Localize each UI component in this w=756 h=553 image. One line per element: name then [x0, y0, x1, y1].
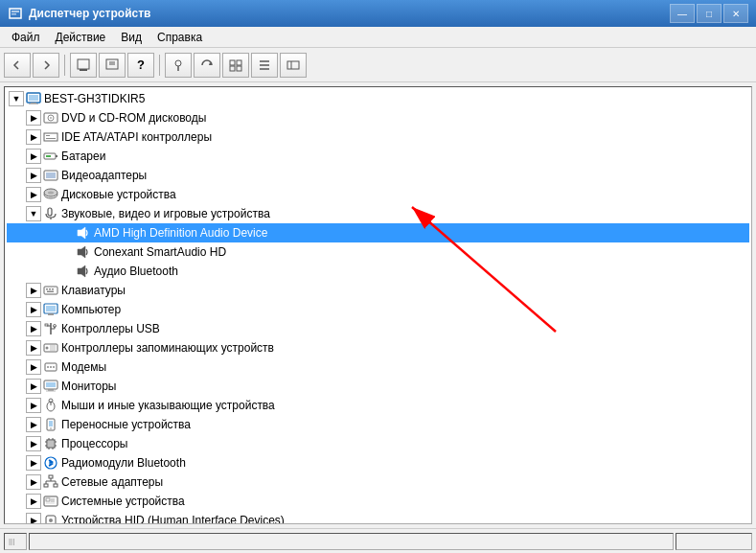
tree-item-dvd[interactable]: ▶ DVD и CD-ROM дисководы — [7, 108, 749, 127]
svg-rect-4 — [80, 69, 87, 71]
tree-item-bt-audio[interactable]: Аудио Bluetooth — [7, 262, 749, 281]
net-icon — [43, 474, 58, 490]
tree-item-amd-audio[interactable]: AMD High Definition Audio Device — [7, 223, 749, 242]
svg-rect-66 — [46, 382, 56, 387]
modems-label: Модемы — [61, 358, 106, 376]
usb-icon — [43, 321, 58, 336]
minimize-button[interactable]: — — [670, 4, 695, 23]
tree-item-storage[interactable]: ▶ Контроллеры запоминающих устройств — [7, 338, 749, 357]
device-tree[interactable]: ▼ BEST-GH3TIDKIR5 ▶ DVD и — [4, 86, 752, 524]
bt-toggle[interactable]: ▶ — [26, 455, 41, 471]
svg-rect-86 — [49, 475, 53, 478]
portable-toggle[interactable]: ▶ — [26, 417, 41, 432]
tree-item-ide[interactable]: ▶ IDE ATA/ATAPI контроллеры — [7, 127, 749, 147]
svg-marker-40 — [78, 246, 85, 258]
conexant-icon — [76, 244, 91, 260]
toolbar-btn-9[interactable] — [251, 53, 278, 78]
tree-item-disk[interactable]: ▶ Дисковые устройства — [7, 185, 749, 204]
ide-icon — [43, 129, 58, 145]
sys-toggle[interactable]: ▶ — [26, 494, 41, 509]
status-panel-2 — [29, 533, 674, 550]
vid-label: Видеоадаптеры — [61, 167, 147, 184]
svg-rect-22 — [29, 104, 38, 104]
vid-toggle[interactable]: ▶ — [26, 168, 41, 183]
tree-root[interactable]: ▼ BEST-GH3TIDKIR5 — [7, 89, 749, 108]
svg-rect-2 — [11, 13, 16, 15]
tree-item-bat[interactable]: ▶ Батареи — [7, 147, 749, 166]
toolbar-btn-7[interactable] — [194, 53, 220, 78]
tree-item-net[interactable]: ▶ Сетевые адаптеры — [7, 472, 749, 492]
dvd-toggle[interactable]: ▶ — [26, 110, 41, 126]
title-bar-icon — [8, 6, 23, 21]
cpu-toggle[interactable]: ▶ — [26, 436, 41, 451]
disk-icon — [43, 187, 58, 202]
tree-item-conexant[interactable]: Conexant SmartAudio HD — [7, 242, 749, 262]
monitors-toggle[interactable]: ▶ — [26, 379, 41, 394]
toolbar-btn-6[interactable] — [165, 53, 192, 78]
maximize-button[interactable]: □ — [697, 4, 722, 23]
svg-point-64 — [53, 366, 55, 368]
svg-rect-76 — [48, 441, 54, 447]
toolbar-btn-4[interactable] — [99, 53, 126, 78]
toolbar-btn-8[interactable] — [222, 53, 249, 78]
dvd-label: DVD и CD-ROM дисководы — [61, 109, 206, 127]
sys-label: Системные устройства — [61, 493, 185, 510]
dvd-icon — [43, 110, 58, 126]
tree-item-vid[interactable]: ▶ Видеоадаптеры — [7, 166, 749, 185]
usb-label: Контроллеры USB — [61, 320, 160, 337]
tree-item-monitors[interactable]: ▶ Мониторы — [7, 377, 749, 396]
tree-item-audio-group[interactable]: ▼ Звуковые, видео и игровые устройства — [7, 204, 749, 223]
bt-audio-label: Аудио Bluetooth — [94, 263, 178, 280]
disk-toggle[interactable]: ▶ — [26, 187, 41, 202]
svg-marker-39 — [78, 227, 85, 239]
cpu-label: Процессоры — [61, 435, 128, 452]
net-toggle[interactable]: ▶ — [26, 474, 41, 490]
svg-point-62 — [47, 366, 49, 368]
keyboards-toggle[interactable]: ▶ — [26, 283, 41, 298]
tree-item-usb[interactable]: ▶ Контроллеры USB — [7, 319, 749, 338]
mice-toggle[interactable]: ▶ — [26, 398, 41, 413]
svg-rect-45 — [52, 288, 54, 290]
svg-rect-13 — [237, 66, 241, 71]
cpu-icon — [43, 436, 58, 451]
ide-toggle[interactable]: ▶ — [26, 129, 41, 145]
bat-toggle[interactable]: ▶ — [26, 149, 41, 164]
help-button[interactable]: ? — [127, 53, 154, 78]
tree-item-modems[interactable]: ▶ Модемы — [7, 357, 749, 377]
back-button[interactable] — [4, 53, 31, 78]
tree-item-sys[interactable]: ▶ Системные устройства — [7, 492, 749, 511]
menu-item-help[interactable]: Справка — [149, 29, 210, 46]
hid-toggle[interactable]: ▶ — [26, 513, 41, 524]
title-bar: Диспетчер устройств — □ ✕ — [0, 0, 756, 27]
menu-item-file[interactable]: Файл — [4, 29, 48, 46]
usb-toggle[interactable]: ▶ — [26, 321, 41, 336]
toolbar-separator-2 — [159, 55, 160, 76]
menu-item-action[interactable]: Действие — [48, 29, 114, 46]
audio-group-toggle[interactable]: ▼ — [26, 206, 41, 221]
forward-button[interactable] — [33, 53, 59, 78]
title-bar-text: Диспетчер устройств — [29, 7, 150, 20]
tree-item-portable[interactable]: ▶ Переносные устройства — [7, 415, 749, 434]
svg-rect-48 — [46, 306, 56, 311]
keyboards-icon — [43, 283, 58, 298]
root-label: BEST-GH3TIDKIR5 — [44, 90, 145, 107]
svg-rect-49 — [48, 313, 54, 315]
tree-item-cpu[interactable]: ▶ Процессоры — [7, 434, 749, 453]
toolbar-btn-10[interactable] — [280, 53, 307, 78]
modems-toggle[interactable]: ▶ — [26, 359, 41, 375]
root-toggle[interactable]: ▼ — [9, 91, 24, 106]
audio-group-label: Звуковые, видео и игровые устройства — [61, 205, 270, 222]
hid-icon — [43, 513, 58, 524]
svg-rect-46 — [47, 291, 54, 293]
close-button[interactable]: ✕ — [723, 4, 748, 23]
toolbar-btn-3[interactable] — [70, 53, 97, 78]
menu-item-view[interactable]: Вид — [113, 29, 149, 46]
storage-toggle[interactable]: ▶ — [26, 340, 41, 356]
computer-toggle[interactable]: ▶ — [26, 302, 41, 317]
tree-item-hid[interactable]: ▶ Устройства HID (Human Interface Device… — [7, 511, 749, 524]
tree-item-bt[interactable]: ▶ Радиомодули Bluetooth — [7, 453, 749, 472]
tree-item-mice[interactable]: ▶ Мыши и иные указывающие устройства — [7, 396, 749, 415]
portable-label: Переносные устройства — [61, 416, 191, 433]
tree-item-keyboards[interactable]: ▶ Клавиатуры — [7, 281, 749, 300]
tree-item-computer[interactable]: ▶ Компьютер — [7, 300, 749, 319]
